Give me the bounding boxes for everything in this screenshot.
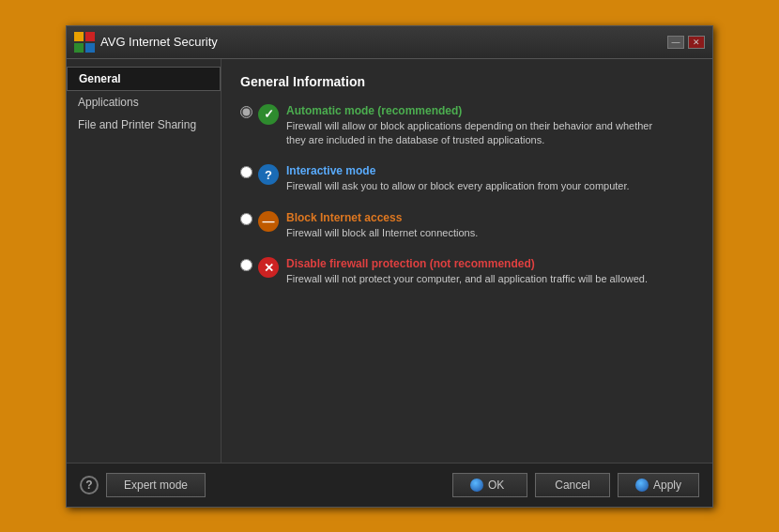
main-content: General Information ✓ Automatic mode (re… xyxy=(221,59,712,463)
text-automatic: Automatic mode (recommended) Firewall wi… xyxy=(286,104,652,148)
radio-interactive-wrap[interactable] xyxy=(240,166,252,181)
help-button[interactable]: ? xyxy=(80,476,99,494)
close-button[interactable]: ✕ xyxy=(688,36,705,49)
svg-rect-0 xyxy=(74,32,84,41)
desc-automatic: Firewall will allow or block application… xyxy=(286,119,652,148)
sidebar-item-applications[interactable]: Applications xyxy=(67,91,221,114)
sidebar-item-general[interactable]: General xyxy=(67,67,221,91)
radio-automatic[interactable] xyxy=(240,106,252,118)
option-automatic: ✓ Automatic mode (recommended) Firewall … xyxy=(240,104,694,148)
titlebar: AVG Internet Security — ✕ xyxy=(67,26,712,59)
section-title: General Information xyxy=(240,74,694,89)
radio-block-wrap[interactable] xyxy=(240,213,252,228)
svg-rect-3 xyxy=(85,43,95,53)
footer: ? Expert mode OK Cancel Apply xyxy=(67,463,712,507)
ok-button[interactable]: OK xyxy=(452,473,527,497)
text-interactive: Interactive mode Firewall will ask you t… xyxy=(286,164,630,193)
sidebar-item-file-printer[interactable]: File and Printer Sharing xyxy=(67,114,221,136)
radio-block[interactable] xyxy=(240,213,252,225)
radio-disable-wrap[interactable] xyxy=(240,259,252,274)
titlebar-left: AVG Internet Security xyxy=(74,32,218,53)
option-block: — Block Internet access Firewall will bl… xyxy=(240,211,694,240)
apply-globe-icon xyxy=(635,479,649,492)
label-disable: Disable firewall protection (not recomme… xyxy=(286,257,648,270)
text-block: Block Internet access Firewall will bloc… xyxy=(286,211,478,240)
desc-block: Firewall will block all Internet connect… xyxy=(286,226,478,240)
option-interactive: ? Interactive mode Firewall will ask you… xyxy=(240,164,694,193)
expert-mode-button[interactable]: Expert mode xyxy=(106,473,206,497)
main-window: AVG Internet Security — ✕ General Applic… xyxy=(66,25,713,508)
cancel-button[interactable]: Cancel xyxy=(535,473,610,497)
ok-label: OK xyxy=(488,479,504,492)
label-interactive: Interactive mode xyxy=(286,164,630,177)
radio-automatic-wrap[interactable] xyxy=(240,106,252,121)
apply-label: Apply xyxy=(653,479,681,492)
label-block: Block Internet access xyxy=(286,211,478,224)
radio-interactive[interactable] xyxy=(240,166,252,178)
ok-globe-icon xyxy=(470,479,483,492)
footer-right: OK Cancel Apply xyxy=(452,473,699,497)
sidebar: General Applications File and Printer Sh… xyxy=(67,59,221,463)
label-automatic: Automatic mode (recommended) xyxy=(286,104,652,117)
minimize-button[interactable]: — xyxy=(667,36,684,49)
icon-interactive: ? xyxy=(258,164,279,185)
icon-automatic: ✓ xyxy=(258,104,279,125)
icon-disable: ✕ xyxy=(258,257,279,278)
avg-logo xyxy=(74,32,95,53)
icon-block: — xyxy=(258,211,279,232)
desc-disable: Firewall will not protect your computer,… xyxy=(286,272,648,286)
titlebar-controls: — ✕ xyxy=(667,36,705,49)
desc-interactive: Firewall will ask you to allow or block … xyxy=(286,179,630,193)
text-disable: Disable firewall protection (not recomme… xyxy=(286,257,648,286)
apply-button[interactable]: Apply xyxy=(618,473,699,497)
window-title: AVG Internet Security xyxy=(100,35,218,49)
svg-rect-1 xyxy=(85,32,95,41)
option-disable: ✕ Disable firewall protection (not recom… xyxy=(240,257,694,286)
radio-disable[interactable] xyxy=(240,259,252,271)
svg-rect-2 xyxy=(74,43,84,53)
footer-left: ? Expert mode xyxy=(80,473,206,497)
content-area: General Applications File and Printer Sh… xyxy=(67,59,712,463)
